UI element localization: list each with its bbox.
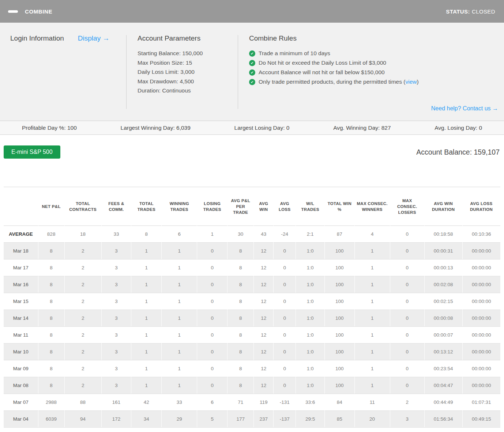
table-cell: 3 xyxy=(101,327,131,344)
table-cell: 33:6 xyxy=(296,394,325,411)
table-cell: 1 xyxy=(354,243,390,259)
table-cell: 1 xyxy=(131,259,162,276)
display-link[interactable]: Display → xyxy=(78,34,110,42)
row-label-date: Mar 08 xyxy=(4,377,38,394)
table-cell: 1 xyxy=(131,243,162,259)
product-button[interactable]: E-mini S&P 500 xyxy=(4,145,60,159)
table-cell: 1 xyxy=(354,327,390,344)
table-cell: 3 xyxy=(101,259,131,276)
table-cell: 1 xyxy=(162,293,197,310)
table-cell: 1:0 xyxy=(296,327,325,344)
stat-item: Avg. Losing Day: 0 xyxy=(435,125,482,131)
table-cell: 8 xyxy=(131,226,162,243)
table-cell: 1:0 xyxy=(296,293,325,310)
table-cell: 8 xyxy=(227,360,254,377)
status-badge: STATUS:CLOSED xyxy=(446,8,495,15)
table-cell: 0 xyxy=(274,243,296,259)
table-cell: 8 xyxy=(38,259,64,276)
table-cell: 12 xyxy=(254,377,274,394)
combine-rules-list: ✔Trade a minimum of 10 days✔Do Not hit o… xyxy=(249,49,498,87)
table-row: Mar 1482311081201:01001000:00:0800:00:00 xyxy=(4,310,500,327)
table-cell: 01:07:31 xyxy=(462,394,500,411)
rule-item: ✔Do Not hit or exceed the Daily Loss Lim… xyxy=(249,58,498,68)
table-cell: 8 xyxy=(38,293,64,310)
table-cell: 1 xyxy=(162,360,197,377)
table-cell: 8 xyxy=(227,276,254,293)
stat-item: Largest Losing Day: 0 xyxy=(234,125,290,131)
rule-item: ✔Only trade permitted products, during t… xyxy=(249,77,498,87)
column-header: AVG P&L PER TRADE xyxy=(227,187,254,226)
table-cell: 4 xyxy=(354,226,390,243)
table-cell: 34 xyxy=(131,411,162,428)
param-line: Daily Loss Limit: 3,000 xyxy=(138,67,238,77)
view-link[interactable]: view xyxy=(405,77,417,87)
table-cell: 6039 xyxy=(38,411,64,428)
login-information-heading: Login Information xyxy=(10,34,64,42)
contact-us-link[interactable]: Need help? Contact us → xyxy=(431,105,498,111)
rule-text: Account Balance will not hit or fall bel… xyxy=(259,68,385,77)
table-cell: 8 xyxy=(227,344,254,360)
column-header: AVG WIN xyxy=(254,187,274,226)
table-cell: 00:00:00 xyxy=(462,259,500,276)
table-cell: 0 xyxy=(390,310,424,327)
table-cell: 1:0 xyxy=(296,259,325,276)
check-icon: ✔ xyxy=(249,79,255,85)
column-header: AVG LOSS xyxy=(274,187,296,226)
table-cell: 0 xyxy=(390,226,424,243)
table-cell: 1 xyxy=(197,226,227,243)
row-label-date: Mar 10 xyxy=(4,344,38,360)
table-cell: 1 xyxy=(131,293,162,310)
daily-stats-bar: Profitable Day %: 100Largest Winning Day… xyxy=(0,121,504,135)
account-parameters-heading: Account Parameters xyxy=(138,34,238,42)
table-cell: 2 xyxy=(64,276,101,293)
table-cell: 1 xyxy=(354,293,390,310)
table-cell: 1 xyxy=(131,310,162,327)
table-cell: 0 xyxy=(390,276,424,293)
table-cell: 0 xyxy=(390,293,424,310)
table-cell: 29 xyxy=(162,411,197,428)
table-cell: 00:00:00 xyxy=(462,327,500,344)
login-information-section: Login Information Display → xyxy=(0,34,126,121)
row-label-date: Mar 17 xyxy=(4,259,38,276)
table-cell: 1 xyxy=(162,310,197,327)
table-cell: 1 xyxy=(354,310,390,327)
table-cell: 8 xyxy=(227,259,254,276)
table-cell: 8 xyxy=(227,293,254,310)
table-cell: 00:00:08 xyxy=(424,310,462,327)
rule-item: ✔Account Balance will not hit or fall be… xyxy=(249,68,498,77)
table-cell: 1:0 xyxy=(296,310,325,327)
table-cell: 00:00:00 xyxy=(462,344,500,360)
rule-text: Only trade permitted products, during th… xyxy=(259,77,405,87)
table-cell: 1 xyxy=(131,276,162,293)
table-cell: 8 xyxy=(227,243,254,259)
average-row: AVERAGE82818338613043-242:1874000:18:580… xyxy=(4,226,500,243)
status-value: CLOSED xyxy=(472,8,495,15)
table-cell: 87 xyxy=(325,226,355,243)
minimize-icon[interactable] xyxy=(8,10,18,13)
table-cell: -131 xyxy=(274,394,296,411)
param-line: Duration: Continuous xyxy=(138,86,238,95)
table-cell: 1 xyxy=(354,276,390,293)
table-cell: 12 xyxy=(254,276,274,293)
table-cell: 8 xyxy=(38,360,64,377)
table-cell: 100 xyxy=(325,243,355,259)
info-panel: Login Information Display → Account Para… xyxy=(0,23,504,121)
rule-text: Do Not hit or exceed the Daily Loss Limi… xyxy=(259,58,386,68)
row-label-date: Mar 18 xyxy=(4,243,38,259)
table-row: Mar 072988881614233671119-13133:68411200… xyxy=(4,394,500,411)
table-cell: 0 xyxy=(197,259,227,276)
table-cell: 100 xyxy=(325,293,355,310)
table-cell: 0 xyxy=(390,344,424,360)
column-header: AVG WIN DURATION xyxy=(424,187,462,226)
table-cell: 0 xyxy=(197,360,227,377)
stat-item: Avg. Winning Day: 827 xyxy=(333,125,391,131)
table-cell: 2 xyxy=(64,310,101,327)
table-cell: 00:23:54 xyxy=(424,360,462,377)
rule-item: ✔Trade a minimum of 10 days xyxy=(249,49,498,58)
row-label-date: Mar 11 xyxy=(4,327,38,344)
table-cell: 8 xyxy=(227,377,254,394)
table-cell: 3 xyxy=(101,293,131,310)
page-title: COMBINE xyxy=(25,8,52,15)
table-cell: 2 xyxy=(64,344,101,360)
table-row: Mar 1582311081201:01001000:02:1500:00:00 xyxy=(4,293,500,310)
